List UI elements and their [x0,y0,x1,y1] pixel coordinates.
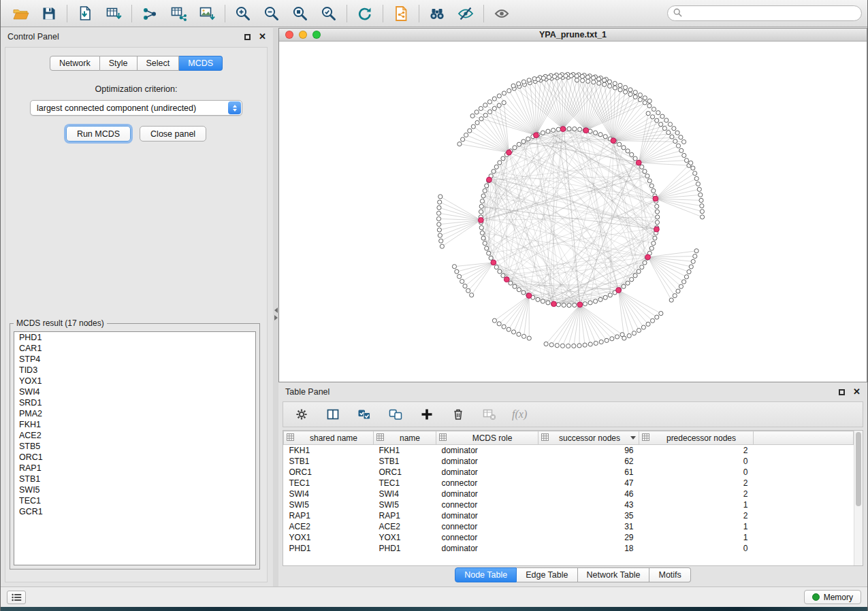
memory-button[interactable]: Memory [804,590,861,604]
table-row[interactable]: FKH1FKH1dominator962 [284,445,854,457]
eye-icon[interactable] [487,3,516,24]
zoom-selected-icon[interactable] [315,3,343,24]
table-row[interactable]: ACE2ACE2connector311 [284,521,854,532]
mcds-result-item[interactable]: ORC1 [14,452,255,463]
table-row[interactable]: TEC1TEC1connector472 [284,478,854,489]
table-row[interactable]: YOX1YOX1connector291 [284,532,854,543]
table-column-icon [287,433,294,443]
share-document-icon[interactable] [387,3,415,24]
zoom-fit-icon[interactable] [286,3,315,24]
show-hide-icon[interactable] [451,3,480,24]
scrollbar-thumb[interactable] [856,432,861,506]
run-mcds-button[interactable]: Run MCDS [66,126,131,142]
float-panel-icon[interactable] [244,34,251,40]
select-all-icon[interactable] [355,406,373,423]
import-table-icon[interactable] [99,3,128,24]
network-titlebar[interactable]: YPA_prune.txt_1 [279,29,867,42]
column-header-name[interactable]: name [374,431,436,445]
search-box[interactable] [667,5,862,21]
open-folder-icon[interactable] [6,3,35,24]
criterion-dropdown[interactable]: largest connected component (undirected) [30,100,242,116]
window-close-button[interactable] [285,31,293,39]
table-column-icon [642,433,649,443]
cell-successor-nodes: 96 [539,445,639,457]
splitter-handle-icon[interactable] [273,306,278,322]
tab-mcds[interactable]: MCDS [179,56,223,71]
cell-predecessor-nodes: 2 [639,478,754,489]
toolbar-separator [225,5,225,22]
mcds-result-item[interactable]: STB5 [14,441,255,452]
status-menu-button[interactable] [7,591,26,604]
window-minimize-button[interactable] [299,31,307,39]
mcds-result-item[interactable]: GCR1 [14,506,255,517]
mcds-result-item[interactable]: ACE2 [14,430,255,441]
search-input[interactable] [686,8,856,19]
table-row[interactable]: SWI5SWI5connector431 [284,499,854,510]
cell-name: PHD1 [374,543,436,554]
save-icon[interactable] [35,3,63,24]
tab-select[interactable]: Select [138,56,180,71]
mcds-result-item[interactable]: SWI5 [14,484,255,495]
mcds-result-item[interactable]: PMA2 [14,408,255,419]
tab-style[interactable]: Style [100,56,138,71]
mcds-result-item[interactable]: PHD1 [14,332,255,343]
binoculars-icon[interactable] [423,3,451,24]
close-table-panel-icon[interactable]: ✕ [853,389,861,395]
toolbar-separator [67,5,67,22]
export-image-icon[interactable] [193,3,221,24]
mcds-result-item[interactable]: RAP1 [14,463,255,474]
gear-icon[interactable] [293,406,310,423]
panel-splitter[interactable] [273,28,278,587]
zoom-out-icon[interactable] [257,3,286,24]
mcds-result-item[interactable]: SRD1 [14,397,255,408]
tab-network[interactable]: Network [50,56,100,71]
cell-filler [754,467,854,478]
column-header-successor-nodes[interactable]: successor nodes [539,431,639,445]
columns-icon[interactable] [324,406,342,423]
cell-mcds-role: dominator [436,510,539,521]
table-row[interactable]: STB1STB1dominator620 [284,456,854,467]
cell-predecessor-nodes: 2 [639,445,754,457]
column-header-MCDS-role[interactable]: MCDS role [436,431,539,445]
mcds-result-item[interactable]: FKH1 [14,419,255,430]
mcds-result-item[interactable]: SWI4 [14,386,255,397]
window-zoom-button[interactable] [312,31,321,39]
mcds-result-item[interactable]: YOX1 [14,376,255,386]
mcds-result-item[interactable]: TEC1 [14,495,255,506]
mcds-result-item[interactable]: CAR1 [14,343,255,354]
cell-name: SWI4 [374,489,436,499]
cell-successor-nodes: 35 [539,510,639,521]
table-row[interactable]: ORC1ORC1dominator610 [284,467,854,478]
close-panel-button[interactable]: Close panel [140,126,206,142]
new-network-icon[interactable] [135,3,164,24]
mcds-result-item[interactable]: STP4 [14,354,255,365]
table-row[interactable]: RAP1RAP1dominator352 [284,510,854,521]
refresh-icon[interactable] [351,3,379,24]
close-panel-icon[interactable]: ✕ [259,33,266,40]
mcds-result-item[interactable]: TID3 [14,365,255,376]
table-tab-motifs[interactable]: Motifs [649,567,690,582]
table-tab-network-table[interactable]: Network Table [578,567,650,582]
deselect-all-icon[interactable] [387,406,404,423]
cell-name: TEC1 [374,478,436,489]
table-row[interactable]: SWI4SWI4dominator462 [284,489,854,499]
dropdown-stepper-icon [228,101,241,114]
import-network-icon[interactable] [71,3,99,24]
table-header-row: shared namenameMCDS rolesuccessor nodesp… [284,431,854,445]
cell-successor-nodes: 43 [539,499,639,510]
table-row[interactable]: PHD1PHD1dominator180 [284,543,854,554]
column-header-shared-name[interactable]: shared name [284,431,374,445]
table-tab-node-table[interactable]: Node Table [455,567,517,582]
network-graph[interactable] [279,42,867,382]
network-table-icon[interactable] [164,3,193,24]
network-canvas[interactable] [279,42,867,382]
table-tab-edge-table[interactable]: Edge Table [517,567,577,582]
table-scrollbar[interactable] [854,431,863,565]
delete-row-icon[interactable] [449,406,467,423]
float-table-panel-icon[interactable] [839,389,845,395]
add-row-icon[interactable] [418,406,436,423]
mcds-result-item[interactable]: STB1 [14,474,255,484]
zoom-in-icon[interactable] [229,3,257,24]
column-header-predecessor-nodes[interactable]: predecessor nodes [639,431,754,445]
mcds-result-list[interactable]: PHD1CAR1STP4TID3YOX1SWI4SRD1PMA2FKH1ACE2… [14,331,256,565]
